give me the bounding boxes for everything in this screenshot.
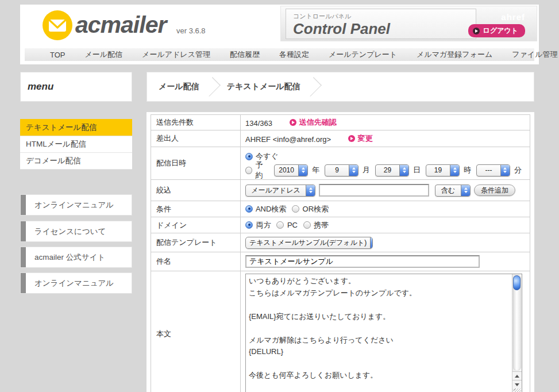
sidebar-link-official-site[interactable]: acmailer 公式サイト xyxy=(20,247,132,268)
domain-both-label: 両方 xyxy=(256,221,271,229)
sidebar-link-online-manual-2[interactable]: オンラインマニュアル xyxy=(20,272,132,294)
radio-and-search[interactable] xyxy=(245,205,253,213)
account-area: ahref ログアウト xyxy=(468,12,525,37)
recipients-count: 134/363 xyxy=(245,119,272,128)
scrollbar-thumb[interactable] xyxy=(513,275,521,290)
table-row: 本文 いつもありがとうございます。 こちらはメルマガテンプレートのサンプルです。… xyxy=(151,271,530,392)
radio-domain-mobile[interactable] xyxy=(303,221,311,229)
resize-grip-icon[interactable] xyxy=(514,389,521,392)
day-unit: 日 xyxy=(413,165,421,175)
add-condition-button[interactable]: 条件追加 xyxy=(474,185,515,196)
nav-item-template[interactable]: メールテンプレート xyxy=(329,49,397,60)
chevron-right-icon xyxy=(201,77,221,97)
nav-item-top[interactable]: TOP xyxy=(50,51,65,59)
radio-domain-both[interactable] xyxy=(245,221,253,229)
stepper-icon xyxy=(399,165,408,176)
play-icon xyxy=(290,119,296,126)
play-icon xyxy=(348,135,355,142)
sidebar-item-html-mail[interactable]: HTMLメール配信 xyxy=(20,136,132,152)
arrow-up-icon xyxy=(515,375,519,378)
month-value: 9 xyxy=(325,165,349,176)
menu-title: menu xyxy=(28,81,53,93)
stepper-icon xyxy=(306,185,315,196)
control-panel-title: Control Panel xyxy=(293,21,469,37)
account-name: ahref xyxy=(501,12,525,22)
nav-item-address-admin[interactable]: メールアドレス管理 xyxy=(142,49,210,60)
year-unit: 年 xyxy=(312,165,319,175)
nav-item-history[interactable]: 配信履歴 xyxy=(230,49,260,60)
play-icon xyxy=(473,28,480,34)
nav-item-file-admin[interactable]: ファイル管理 xyxy=(512,49,557,60)
nav-item-register-form[interactable]: メルマガ登録フォーム xyxy=(417,49,492,60)
and-search-label: AND検索 xyxy=(256,205,286,213)
version-label: ver 3.6.8 xyxy=(176,26,206,35)
sidebar-item-deco-mail[interactable]: デコメール配信 xyxy=(20,152,132,169)
domain-label: ドメイン xyxy=(151,217,241,233)
radio-or-search[interactable] xyxy=(292,205,299,213)
sidebar-link-online-manual[interactable]: オンラインマニュアル xyxy=(20,194,132,216)
radio-domain-pc[interactable] xyxy=(276,221,284,229)
sender-value: AHREF <info@ahref.org> xyxy=(245,135,331,144)
body-textarea[interactable]: いつもありがとうございます。 こちらはメルマガテンプレートのサンプルです。 {E… xyxy=(245,274,522,392)
template-value: テキストメールサンプル(デフォルト) xyxy=(246,237,370,248)
stepper-icon xyxy=(349,165,358,176)
main-nav: TOP メール配信 メールアドレス管理 配信履歴 各種設定 メールテンプレート … xyxy=(25,48,534,61)
logout-button[interactable]: ログアウト xyxy=(468,24,525,37)
check-recipients-label: 送信先確認 xyxy=(299,117,337,128)
table-row: 配信テンプレート テキストメールサンプル(デフォルト) xyxy=(151,233,530,252)
subject-label: 件名 xyxy=(151,252,241,271)
change-sender-link[interactable]: 変更 xyxy=(348,133,373,144)
nav-item-mail-send[interactable]: メール配信 xyxy=(85,49,123,60)
subject-input[interactable] xyxy=(245,255,480,268)
breadcrumb-mail-send[interactable]: メール配信 xyxy=(159,82,199,92)
table-row: 配信日時 今すぐ 予約 2010 年 9 xyxy=(151,147,530,180)
sidebar-menu-list: テキストメール配信 HTMLメール配信 デコメール配信 xyxy=(20,119,132,170)
scroll-down-button[interactable] xyxy=(512,380,522,389)
stepper-icon xyxy=(370,237,373,248)
year-value: 2010 xyxy=(275,165,298,176)
radio-send-reserved[interactable] xyxy=(245,167,252,174)
nav-item-settings[interactable]: 各種設定 xyxy=(279,49,309,60)
check-recipients-link[interactable]: 送信先確認 xyxy=(290,117,337,128)
breadcrumb: メール配信 テキストメール配信 xyxy=(147,72,534,102)
filter-match-select[interactable]: 含む xyxy=(435,185,471,197)
year-select[interactable]: 2010 xyxy=(274,164,308,176)
recipients-label: 送信先件数 xyxy=(151,115,241,130)
table-row: 件名 xyxy=(151,252,530,271)
change-sender-label: 変更 xyxy=(358,133,373,144)
or-search-label: OR検索 xyxy=(303,205,329,213)
breadcrumb-text-mail-send[interactable]: テキストメール配信 xyxy=(227,82,300,92)
filter-field-select[interactable]: メールアドレス xyxy=(245,185,315,197)
control-panel-subtitle: コントロールパネル xyxy=(293,12,469,21)
stepper-icon xyxy=(450,165,459,176)
stepper-icon xyxy=(298,165,307,176)
body-label: 本文 xyxy=(151,271,241,392)
condition-label: 条件 xyxy=(151,201,241,217)
filter-match-value: 含む xyxy=(435,185,461,196)
minute-select[interactable]: --- xyxy=(476,164,510,176)
table-row: 送信先件数 134/363 送信先確認 xyxy=(151,115,530,130)
scrollbar[interactable] xyxy=(512,274,522,392)
control-panel-title-box: コントロールパネル Control Panel xyxy=(286,9,476,39)
month-select[interactable]: 9 xyxy=(325,164,358,176)
schedule-label: 配信日時 xyxy=(151,147,241,180)
filter-keyword-input[interactable] xyxy=(319,184,429,197)
scroll-up-button[interactable] xyxy=(512,371,522,380)
table-row: 差出人 AHREF <info@ahref.org> 変更 xyxy=(151,130,530,147)
send-reserved-label: 予約 xyxy=(255,160,269,180)
body-text: いつもありがとうございます。 こちらはメルマガテンプレートのサンプルです。 {E… xyxy=(249,275,510,392)
chevron-right-icon xyxy=(302,77,322,97)
domain-pc-label: PC xyxy=(287,221,298,229)
template-select[interactable]: テキストメールサンプル(デフォルト) xyxy=(245,237,373,249)
table-row: 条件 AND検索 OR検索 xyxy=(151,201,530,217)
hour-select[interactable]: 19 xyxy=(426,164,460,176)
hour-unit: 時 xyxy=(464,165,471,175)
sidebar-item-text-mail[interactable]: テキストメール配信 xyxy=(20,119,132,136)
sidebar-link-license[interactable]: ライセンスについて xyxy=(20,221,132,242)
day-select[interactable]: 29 xyxy=(375,164,409,176)
control-panel-banner: コントロールパネル Control Panel ahref ログアウト xyxy=(280,6,537,41)
filter-label: 絞込 xyxy=(151,180,241,201)
radio-send-now[interactable] xyxy=(245,153,253,160)
logout-label: ログアウト xyxy=(483,26,518,36)
stepper-icon xyxy=(500,165,510,176)
